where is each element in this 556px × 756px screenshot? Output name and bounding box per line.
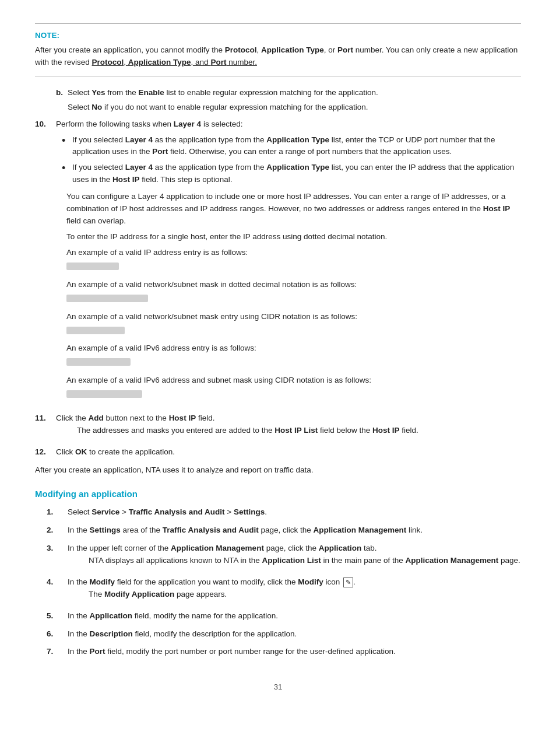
note-bold5: Application Type (128, 58, 191, 66)
step-10-code5 (66, 387, 521, 407)
step-10-para7: An example of a valid IPv6 address and s… (66, 374, 521, 387)
step-10: 10. Perform the following tasks when Lay… (35, 118, 521, 407)
step-11-num: 11. (35, 412, 56, 440)
modifying-steps: 1. Select Service > Traffic Analysis and… (35, 506, 521, 658)
note-bold4: Protocol (92, 58, 124, 66)
code-block-4 (66, 358, 131, 366)
mod-step-2-content: In the Settings area of the Traffic Anal… (68, 524, 521, 537)
step-10-para1: You can configure a Layer 4 application … (66, 191, 521, 228)
mod-step-7: 7. In the Port field, modify the port nu… (47, 646, 521, 658)
note-label: NOTE: (35, 30, 521, 42)
step-b-text1: Select Yes from the Enable list to enabl… (68, 87, 378, 99)
bullet-item-1: • If you selected Layer 4 as the applica… (62, 134, 521, 159)
mod-step-4: 4. In the Modify field for the applicati… (47, 576, 521, 604)
code-block-3 (66, 327, 125, 334)
step-11-content: Click the Add button next to the Host IP… (56, 412, 521, 440)
mod-step-4-sub: The Modify Application page appears. (89, 589, 521, 601)
step-10-bullets: • If you selected Layer 4 as the applica… (62, 134, 521, 187)
mod-step-4-num: 4. (47, 576, 68, 604)
mod-step-6-num: 6. (47, 628, 68, 640)
bullet-dot-1: • (62, 134, 72, 148)
step-12-content: Click OK to create the application. (56, 446, 521, 459)
step-10-code4 (66, 355, 521, 374)
mod-step-6: 6. In the Description field, modify the … (47, 628, 521, 640)
bullet-content-2: If you selected Layer 4 as the applicati… (72, 162, 521, 186)
step-10-code1 (66, 259, 521, 279)
mod-step-3-text: In the upper left corner of the Applicat… (68, 542, 521, 555)
step-10-para4: An example of a valid network/subnet mas… (66, 279, 521, 291)
code-block-1 (66, 262, 119, 270)
step-10-intro: Perform the following tasks when Layer 4… (56, 118, 521, 131)
note-bold2: Application Type (261, 46, 324, 54)
note-bold1: Protocol (225, 46, 257, 54)
step-10-para6: An example of a valid IPv6 address entry… (66, 342, 521, 355)
note-bold3: Port (337, 46, 353, 54)
step-11-sub: The addresses and masks you entered are … (77, 425, 521, 437)
mod-step-3-num: 3. (47, 542, 68, 570)
note-text-pre: After you create an application, you can… (35, 46, 225, 54)
step-12-num: 12. (35, 446, 56, 459)
note-text6: , and (191, 58, 211, 66)
note-text7: number. (226, 58, 257, 66)
step-12: 12. Click OK to create the application. (35, 446, 521, 459)
mod-step-2-num: 2. (47, 524, 68, 537)
mod-step-6-content: In the Description field, modify the des… (68, 628, 521, 640)
step-10-para3: An example of a valid IP address entry i… (66, 247, 521, 259)
mod-step-5-num: 5. (47, 610, 68, 622)
step-b: b. Select Yes from the Enable list to en… (56, 87, 521, 114)
note-box: NOTE: After you create an application, y… (35, 23, 521, 76)
mod-step-1: 1. Select Service > Traffic Analysis and… (47, 506, 521, 519)
mod-step-7-content: In the Port field, modify the port numbe… (68, 646, 521, 658)
note-text2: , (256, 46, 261, 54)
mod-step-2: 2. In the Settings area of the Traffic A… (47, 524, 521, 537)
mod-step-5-content: In the Application field, modify the nam… (68, 610, 521, 622)
modify-icon: ✎ (343, 578, 353, 587)
page-number: 31 (35, 681, 521, 693)
after-create-para: After you create an application, NTA use… (35, 464, 521, 477)
section-modifying-title: Modifying an application (35, 487, 521, 501)
step-10-content: Perform the following tasks when Layer 4… (56, 118, 521, 407)
step-11-text: Click the Add button next to the Host IP… (56, 412, 521, 425)
mod-step-3-sub: NTA displays all applications known to N… (89, 555, 521, 567)
note-bold6: Port (210, 58, 226, 66)
mod-step-3: 3. In the upper left corner of the Appli… (47, 542, 521, 570)
bullet-item-2: • If you selected Layer 4 as the applica… (62, 162, 521, 186)
step-10-para2: To enter the IP address for a single hos… (66, 231, 521, 243)
note-text5: , (124, 58, 128, 66)
mod-step-7-num: 7. (47, 646, 68, 658)
step-11: 11. Click the Add button next to the Hos… (35, 412, 521, 440)
step-10-num: 10. (35, 118, 56, 407)
bullet-dot-2: • (62, 162, 72, 175)
mod-step-4-text: In the Modify field for the application … (68, 576, 521, 589)
mod-step-3-content: In the upper left corner of the Applicat… (68, 542, 521, 570)
code-block-5 (66, 390, 142, 398)
mod-step-1-num: 1. (47, 506, 68, 519)
mod-step-5: 5. In the Application field, modify the … (47, 610, 521, 622)
note-text3: , or (324, 46, 337, 54)
note-text: After you create an application, you can… (35, 44, 521, 69)
step-b-marker: b. (56, 87, 68, 99)
step-b-line1: b. Select Yes from the Enable list to en… (56, 87, 521, 99)
mod-step-4-content: In the Modify field for the application … (68, 576, 521, 604)
mod-step-1-content: Select Service > Traffic Analysis and Au… (68, 506, 521, 519)
step-10-para5: An example of a valid network/subnet mas… (66, 311, 521, 323)
step-10-code2 (66, 291, 521, 311)
step-10-code3 (66, 323, 521, 343)
code-block-2 (66, 295, 148, 302)
step-b-line2: Select No if you do not want to enable r… (68, 102, 521, 114)
bullet-content-1: If you selected Layer 4 as the applicati… (72, 134, 521, 159)
